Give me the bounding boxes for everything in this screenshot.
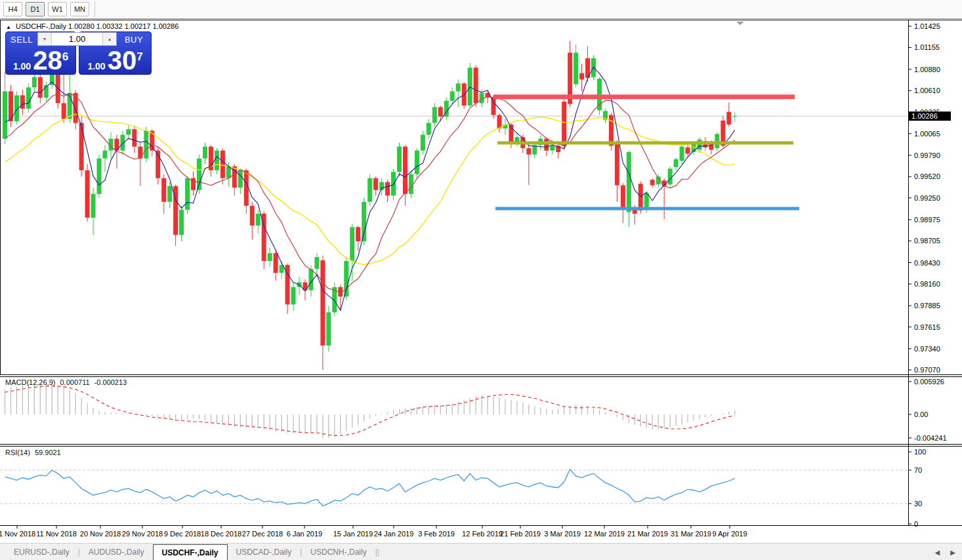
timeframe-button-mn[interactable]: MN [70, 2, 89, 16]
tab-usdcad-daily[interactable]: USDCAD-,Daily [228, 544, 301, 560]
svg-text:24 Jan 2019: 24 Jan 2019 [374, 530, 414, 538]
svg-text:0.005926: 0.005926 [914, 378, 944, 386]
svg-text:0: 0 [914, 520, 918, 528]
macd-value: 0.000711 [60, 378, 89, 386]
symbol-ohlc-label: USDCHF-,Daily 1.00280 1.00332 1.00217 1.… [16, 22, 178, 30]
timeframe-button-h4[interactable]: H4 [3, 2, 22, 16]
timeframe-toolbar: H4D1W1MN [0, 0, 962, 19]
buy-price-point: 7 [136, 50, 142, 64]
svg-text:1 Nov 2018: 1 Nov 2018 [0, 530, 35, 538]
svg-text:21 Feb 2019: 21 Feb 2019 [500, 530, 541, 538]
svg-text:1.00610: 1.00610 [914, 87, 940, 94]
volume-increase-button[interactable]: ▲ [102, 33, 116, 45]
svg-text:0.97885: 0.97885 [914, 302, 940, 310]
svg-text:0.99520: 0.99520 [914, 172, 940, 180]
buy-price[interactable]: 1.00 30 7 [79, 48, 152, 73]
rsi-indicator-label: RSI(14) 59.9021 [5, 449, 61, 456]
buy-price-pips: 30 [108, 48, 137, 73]
svg-text:15 Jan 2019: 15 Jan 2019 [333, 530, 373, 538]
tab-usdcnh-daily[interactable]: USDCNH-,Daily [302, 544, 375, 560]
buy-button[interactable]: BUY [117, 33, 150, 46]
svg-text:100: 100 [914, 448, 926, 456]
svg-text:3 Feb 2019: 3 Feb 2019 [418, 530, 455, 538]
tabs-scroll-left-icon[interactable]: ◀ [935, 549, 940, 556]
svg-text:0.97070: 0.97070 [914, 366, 940, 374]
svg-text:70: 70 [914, 466, 922, 474]
svg-text:12 Mar 2019: 12 Mar 2019 [584, 530, 625, 538]
volume-decrease-button[interactable]: ▼ [38, 33, 52, 45]
timeframe-button-w1[interactable]: W1 [48, 2, 67, 16]
svg-text:21 Mar 2019: 21 Mar 2019 [627, 530, 668, 538]
sell-price[interactable]: 1.00 28 6 [5, 48, 76, 73]
macd-name: MACD(12,26,9) [5, 378, 55, 386]
svg-text:20 Nov 2018: 20 Nov 2018 [80, 530, 121, 538]
svg-text:31 Mar 2019: 31 Mar 2019 [671, 530, 711, 538]
svg-text:0.98705: 0.98705 [914, 237, 940, 245]
svg-text:6 Jan 2019: 6 Jan 2019 [287, 530, 322, 538]
svg-text:11 Nov 2018: 11 Nov 2018 [36, 530, 77, 538]
macd-signal-value: -0.000213 [94, 378, 127, 386]
svg-text:29 Nov 2018: 29 Nov 2018 [122, 530, 163, 538]
volume-value[interactable]: 1.00 [52, 33, 102, 45]
chart-canvas[interactable]: 1.014251.011551.008801.006101.003351.000… [0, 0, 962, 560]
sell-button[interactable]: SELL [7, 33, 37, 46]
svg-text:0.99790: 0.99790 [914, 151, 940, 159]
svg-text:0.98975: 0.98975 [914, 216, 940, 224]
chevron-down-icon: ▼ [43, 37, 47, 41]
collapse-panel-icon[interactable]: ▲ [6, 24, 11, 30]
svg-text:3 Mar 2019: 3 Mar 2019 [544, 530, 581, 538]
volume-stepper[interactable]: ▼ 1.00 ▲ [37, 32, 117, 46]
svg-text:0.98160: 0.98160 [914, 280, 940, 288]
svg-text:0.99250: 0.99250 [914, 194, 940, 202]
svg-text:30: 30 [914, 500, 922, 508]
sell-price-prefix: 1.00 [13, 61, 31, 71]
tab-audusd-daily[interactable]: AUDUSD-,Daily [80, 544, 153, 560]
svg-text:18 Dec 2018: 18 Dec 2018 [201, 530, 241, 538]
svg-text:0.00: 0.00 [914, 410, 928, 418]
tab-eurusd-daily[interactable]: EURUSD-,Daily [5, 544, 78, 560]
buy-price-prefix: 1.00 [87, 61, 105, 71]
chart-header: ▲ USDCHF-,Daily 1.00280 1.00332 1.00217 … [6, 22, 178, 30]
rsi-name: RSI(14) [5, 449, 30, 456]
svg-text:1.00065: 1.00065 [914, 130, 940, 138]
svg-text:0.97340: 0.97340 [914, 345, 940, 353]
svg-text:9 Dec 2018: 9 Dec 2018 [164, 530, 201, 538]
tab-usdchf-daily[interactable]: USDCHF-,Daily [153, 544, 228, 560]
svg-text:9 Apr 2019: 9 Apr 2019 [712, 530, 747, 538]
svg-text:-0.004241: -0.004241 [914, 434, 947, 442]
svg-text:1.01155: 1.01155 [914, 43, 940, 51]
macd-indicator-label: MACD(12,26,9) 0.000711 -0.000213 [5, 378, 127, 386]
tab-separator: | [377, 548, 379, 557]
svg-text:1.00880: 1.00880 [914, 66, 940, 73]
chart-tabbar: EURUSD-,Daily|AUDUSD-,DailyUSDCHF-,Daily… [0, 543, 962, 560]
chevron-up-icon: ▲ [108, 37, 112, 41]
svg-text:27 Dec 2018: 27 Dec 2018 [242, 530, 283, 538]
svg-text:0.98430: 0.98430 [914, 259, 940, 267]
sell-price-pips: 28 [33, 48, 62, 73]
svg-text:1.00286: 1.00286 [911, 112, 938, 120]
one-click-trade-panel: SELL BUY ▼ 1.00 ▲ 1.00 28 6 1.00 30 7 [5, 31, 152, 75]
mt4-window: 1.014251.011551.008801.006101.003351.000… [0, 0, 962, 560]
svg-text:0.97615: 0.97615 [914, 323, 940, 331]
tab-scroll-arrows: ◀ ▶ [935, 544, 955, 560]
sell-price-point: 6 [62, 50, 68, 64]
tabs-scroll-right-icon[interactable]: ▶ [950, 549, 955, 556]
svg-text:1.01425: 1.01425 [914, 22, 940, 30]
timeframe-button-d1[interactable]: D1 [26, 2, 45, 16]
rsi-value: 59.9021 [35, 449, 61, 456]
svg-text:12 Feb 2019: 12 Feb 2019 [462, 530, 503, 538]
toolbar-separator [94, 1, 95, 17]
